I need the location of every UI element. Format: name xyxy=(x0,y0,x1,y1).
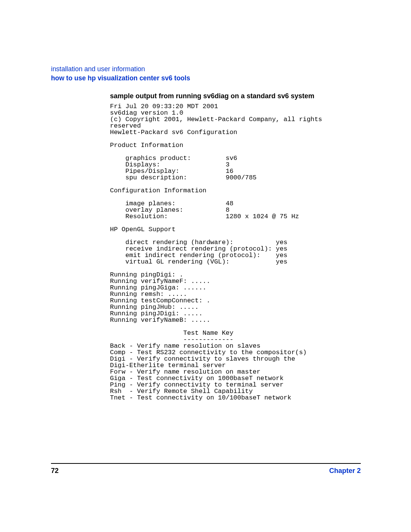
chapter-label: Chapter 2 xyxy=(329,467,361,475)
terminal-output: Fri Jul 20 09:33:20 MDT 2001 sv6diag ver… xyxy=(110,103,361,401)
page: installation and user information how to… xyxy=(0,0,411,532)
page-footer: 72 Chapter 2 xyxy=(51,467,361,475)
page-header: installation and user information how to… xyxy=(51,65,361,82)
subsection-title: how to use hp visualization center sv6 t… xyxy=(51,74,361,82)
page-number: 72 xyxy=(51,467,59,475)
page-content: sample output from running sv6diag on a … xyxy=(110,92,361,401)
footer-rule xyxy=(51,463,361,464)
section-title: installation and user information xyxy=(51,65,361,73)
content-subheading: sample output from running sv6diag on a … xyxy=(110,92,361,100)
